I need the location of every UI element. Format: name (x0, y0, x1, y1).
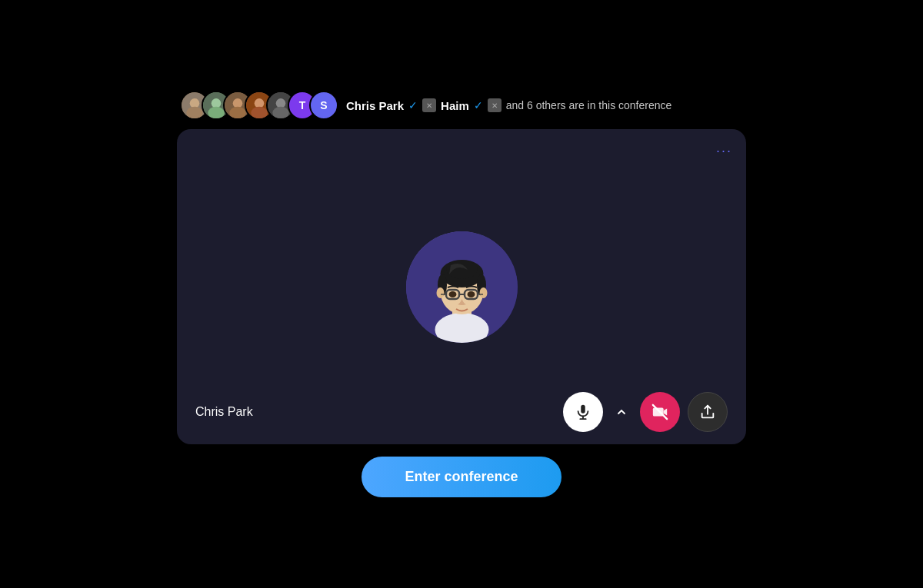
video-user-name: Chris Park (195, 405, 253, 419)
svg-point-7 (233, 98, 243, 108)
video-card: ··· (177, 129, 746, 444)
svg-point-1 (190, 98, 200, 108)
mic-icon (575, 404, 591, 420)
enter-conference-button[interactable]: Enter conference (362, 457, 561, 497)
participant2-name: Haim (441, 99, 469, 112)
svg-point-31 (467, 291, 475, 297)
participant-avatar-s: S (309, 91, 338, 120)
svg-rect-32 (581, 405, 585, 414)
user-avatar-large (406, 231, 518, 343)
camera-slash-icon (651, 404, 668, 420)
others-text: and 6 others are in this conference (506, 99, 672, 111)
svg-point-4 (212, 98, 222, 108)
camera-off-button[interactable] (640, 392, 680, 432)
share-button[interactable] (688, 392, 728, 432)
svg-point-13 (276, 98, 286, 108)
conference-header: T S Chris Park ✓ ✕ Haim ✓ ✕ and 6 others… (177, 91, 746, 120)
participant2-remove-btn[interactable]: ✕ (488, 98, 501, 112)
share-icon (699, 404, 716, 420)
svg-point-24 (479, 287, 487, 298)
participant1-remove-btn[interactable]: ✕ (422, 98, 436, 112)
svg-point-23 (436, 287, 444, 298)
svg-point-30 (448, 291, 456, 297)
conference-container: T S Chris Park ✓ ✕ Haim ✓ ✕ and 6 others… (177, 91, 746, 497)
more-options-button[interactable]: ··· (716, 143, 732, 159)
mic-button[interactable] (563, 392, 603, 432)
participant1-verified-icon: ✓ (408, 99, 418, 111)
chevron-up-icon (617, 407, 626, 417)
mic-caret-button[interactable] (611, 401, 632, 423)
header-text: Chris Park ✓ ✕ Haim ✓ ✕ and 6 others are… (346, 98, 671, 112)
participant1-name: Chris Park (346, 99, 404, 112)
participant2-verified-icon: ✓ (474, 99, 483, 111)
controls-row (563, 392, 728, 432)
participant-avatar-stack: T S (180, 91, 338, 120)
video-bottom-bar: Chris Park (177, 380, 746, 444)
svg-point-10 (255, 98, 265, 108)
